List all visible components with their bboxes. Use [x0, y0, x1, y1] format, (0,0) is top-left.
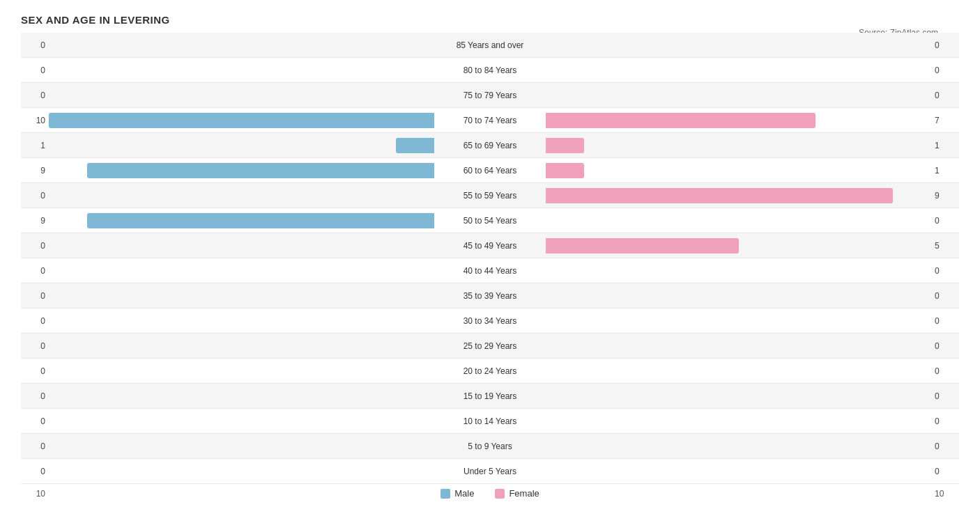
female-bar: [546, 163, 584, 178]
bar-area: 75 to 79 Years: [49, 83, 931, 107]
male-value: 0: [21, 441, 49, 451]
male-bar-half: [49, 359, 434, 383]
age-label: 65 to 69 Years: [434, 141, 546, 150]
age-label: 80 to 84 Years: [434, 65, 546, 75]
male-value: 1: [21, 141, 49, 150]
age-label: 30 to 34 Years: [434, 316, 546, 326]
table-row: 0 30 to 34 Years 0: [21, 308, 959, 334]
table-row: 0 10 to 14 Years 0: [21, 409, 959, 434]
male-value: 0: [21, 316, 49, 326]
female-bar-half: [546, 334, 931, 358]
male-bar-half: [49, 434, 434, 458]
table-row: 9 50 to 54 Years 0: [21, 208, 959, 233]
female-bar: [546, 138, 584, 153]
male-bar-half: [49, 208, 434, 233]
female-value: 1: [931, 141, 959, 150]
male-value: 0: [21, 366, 49, 376]
male-bar: [87, 163, 434, 178]
female-bar-half: [546, 58, 931, 82]
chart-title: SEX AND AGE IN LEVERING: [21, 14, 959, 26]
age-label: 35 to 39 Years: [434, 291, 546, 301]
table-row: 10 70 to 74 Years 7: [21, 108, 959, 133]
table-row: 0 20 to 24 Years 0: [21, 359, 959, 384]
female-value: 5: [931, 241, 959, 251]
male-bar-half: [49, 133, 434, 157]
female-bar-half: [546, 83, 931, 107]
age-label: 40 to 44 Years: [434, 266, 546, 276]
male-value: 0: [21, 291, 49, 301]
legend-male-label: Male: [454, 488, 474, 499]
male-bar-half: [49, 58, 434, 82]
bar-area: 25 to 29 Years: [49, 334, 931, 358]
bar-area: 20 to 24 Years: [49, 359, 931, 383]
age-label: 55 to 59 Years: [434, 191, 546, 201]
legend-female-box: [495, 489, 505, 499]
male-value: 9: [21, 166, 49, 175]
table-row: 0 Under 5 Years 0: [21, 459, 959, 484]
male-bar-half: [49, 308, 434, 333]
age-label: 50 to 54 Years: [434, 216, 546, 226]
female-bar-half: [546, 459, 931, 483]
female-value: 0: [931, 65, 959, 75]
age-label: 70 to 74 Years: [434, 116, 546, 125]
female-value: 9: [931, 191, 959, 201]
male-value: 0: [21, 65, 49, 75]
bar-area: 70 to 74 Years: [49, 108, 931, 132]
male-value: 0: [21, 266, 49, 276]
bar-area: 5 to 9 Years: [49, 434, 931, 458]
female-bar-half: [546, 208, 931, 233]
table-row: 0 45 to 49 Years 5: [21, 233, 959, 258]
male-value: 0: [21, 341, 49, 351]
female-bar-half: [546, 409, 931, 433]
female-value: 0: [931, 216, 959, 226]
female-bar: [546, 188, 893, 203]
table-row: 0 85 Years and over 0: [21, 33, 959, 58]
age-label: 15 to 19 Years: [434, 391, 546, 401]
male-bar-half: [49, 258, 434, 283]
female-bar-half: [546, 33, 931, 57]
age-label: 85 Years and over: [434, 40, 546, 50]
bar-area: 85 Years and over: [49, 33, 931, 57]
female-value: 0: [931, 416, 959, 426]
table-row: 0 35 to 39 Years 0: [21, 283, 959, 308]
male-bar-half: [49, 409, 434, 433]
axis-left-value: 10: [21, 489, 49, 499]
male-value: 0: [21, 391, 49, 401]
legend-female: Female: [495, 488, 539, 499]
table-row: 0 75 to 79 Years 0: [21, 83, 959, 108]
female-bar-half: [546, 359, 931, 383]
female-bar-half: [546, 233, 931, 258]
female-bar-half: [546, 108, 931, 132]
legend-male: Male: [441, 488, 474, 499]
bar-area: 10 to 14 Years: [49, 409, 931, 433]
male-value: 0: [21, 191, 49, 201]
male-bar-half: [49, 384, 434, 408]
bar-area: 80 to 84 Years: [49, 58, 931, 82]
bar-area: 35 to 39 Years: [49, 283, 931, 308]
female-value: 7: [931, 116, 959, 125]
female-value: 0: [931, 91, 959, 100]
female-value: 0: [931, 40, 959, 50]
age-label: 25 to 29 Years: [434, 341, 546, 351]
female-bar: [546, 238, 739, 253]
chart-container: 0 85 Years and over 0 0 80 to 84 Years 0…: [21, 33, 959, 499]
table-row: 1 65 to 69 Years 1: [21, 133, 959, 158]
table-row: 0 25 to 29 Years 0: [21, 334, 959, 359]
male-bar: [396, 138, 434, 153]
chart-rows: 0 85 Years and over 0 0 80 to 84 Years 0…: [21, 33, 959, 484]
bar-area: 40 to 44 Years: [49, 258, 931, 283]
male-bar-half: [49, 233, 434, 258]
female-bar-half: [546, 158, 931, 182]
female-value: 0: [931, 441, 959, 451]
female-bar-half: [546, 258, 931, 283]
age-label: 75 to 79 Years: [434, 91, 546, 100]
table-row: 0 55 to 59 Years 9: [21, 183, 959, 208]
age-label: Under 5 Years: [434, 467, 546, 476]
male-value: 0: [21, 241, 49, 251]
table-row: 0 5 to 9 Years 0: [21, 434, 959, 459]
female-bar-half: [546, 133, 931, 157]
female-value: 1: [931, 166, 959, 175]
male-bar: [49, 113, 434, 128]
male-bar-half: [49, 283, 434, 308]
female-bar: [546, 113, 816, 128]
